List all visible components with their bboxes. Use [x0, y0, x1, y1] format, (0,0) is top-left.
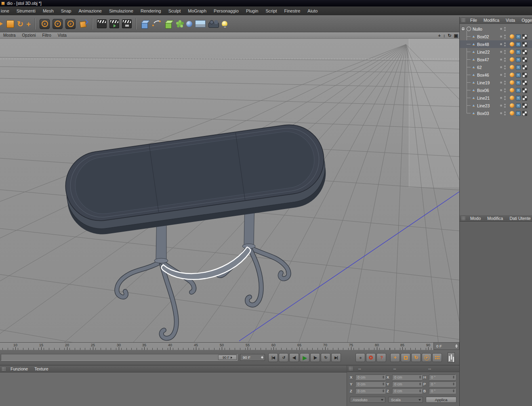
- menu-item-mograph[interactable]: MoGraph: [184, 6, 210, 15]
- tree-row-line21[interactable]: ▲ Line21 ≈: [460, 94, 532, 102]
- scale-dropdown[interactable]: Scala: [388, 397, 423, 403]
- tree-row-box06[interactable]: ▲ Box06 ≈: [460, 86, 532, 94]
- key-scale-button[interactable]: [401, 353, 410, 362]
- tab-texture[interactable]: Texture: [31, 366, 51, 373]
- uvw-tag-icon[interactable]: [522, 57, 527, 62]
- selection-tool-icon[interactable]: [6, 20, 14, 28]
- material-tag-icon[interactable]: [510, 34, 514, 39]
- key-rotation-button[interactable]: ↻: [411, 353, 421, 362]
- render-picture-viewer-icon[interactable]: [109, 19, 119, 28]
- phong-tag-icon[interactable]: ≈: [516, 34, 521, 39]
- uvw-tag-icon[interactable]: [522, 73, 527, 77]
- material-tag-icon[interactable]: [510, 42, 514, 46]
- material-tag-icon[interactable]: [510, 88, 514, 92]
- tree-row-box47[interactable]: ▲ Box47 ≈: [460, 56, 532, 63]
- om-tab-vista[interactable]: Vista: [503, 17, 518, 24]
- menu-item-simulazione[interactable]: Simulazione: [105, 6, 137, 15]
- key-position-button[interactable]: +: [390, 353, 400, 362]
- am-tab-modo[interactable]: Modo: [467, 215, 484, 222]
- current-frame-spinner[interactable]: 90 F: [240, 354, 265, 361]
- uvw-tag-icon[interactable]: [522, 80, 527, 85]
- material-tag-icon[interactable]: [510, 57, 514, 62]
- tree-row-box02[interactable]: ▲ Box02 ≈: [460, 33, 532, 40]
- uvw-tag-icon[interactable]: [522, 42, 527, 47]
- menu-item-aiuto[interactable]: Aiuto: [304, 6, 321, 15]
- rotation-h-field[interactable]: 0 °: [429, 375, 456, 380]
- material-tag-icon[interactable]: [510, 103, 514, 108]
- content-browser-icon[interactable]: [448, 352, 455, 362]
- visibility-dots[interactable]: [497, 58, 509, 62]
- tree-row-box03[interactable]: ▲ Box03 ≈: [460, 109, 532, 117]
- previous-key-button[interactable]: ↺: [279, 353, 288, 362]
- axis-z-lock-button[interactable]: Z: [65, 19, 76, 29]
- next-key-button[interactable]: ↻: [321, 353, 330, 362]
- phong-tag-icon[interactable]: ≈: [516, 57, 521, 62]
- undo-icon[interactable]: [0, 20, 4, 27]
- phong-tag-icon[interactable]: ≈: [516, 50, 521, 54]
- uvw-tag-icon[interactable]: [522, 88, 527, 93]
- om-tab-oggetti[interactable]: Oggetti: [518, 17, 532, 24]
- material-tag-icon[interactable]: [510, 50, 514, 54]
- uvw-tag-icon[interactable]: [522, 111, 527, 116]
- tree-row-62[interactable]: ▲ 62 ≈: [460, 63, 532, 71]
- menu-item-selezione[interactable]: ione: [0, 6, 13, 15]
- visibility-dots[interactable]: [497, 111, 509, 115]
- orbit-icon[interactable]: ↻: [448, 33, 451, 38]
- menu-item-plugin[interactable]: Plugin: [242, 6, 262, 15]
- move-tool-icon[interactable]: +: [26, 20, 31, 28]
- rotate-tool-icon[interactable]: ↻: [17, 20, 23, 28]
- uvw-tag-icon[interactable]: [522, 96, 527, 100]
- visibility-dots[interactable]: [497, 73, 509, 77]
- vp-menu-vista[interactable]: Vista: [55, 33, 70, 38]
- phong-tag-icon[interactable]: ≈: [516, 42, 521, 47]
- visibility-dots[interactable]: [497, 42, 509, 46]
- phong-tag-icon[interactable]: ≈: [516, 103, 521, 108]
- selected-spline[interactable]: [162, 247, 251, 280]
- vp-menu-mostra[interactable]: Mostra: [0, 33, 19, 38]
- spline-pen-icon[interactable]: [152, 20, 162, 28]
- size-y-field[interactable]: 0 cm: [392, 381, 422, 387]
- tree-row-nullo[interactable]: Nullo: [460, 25, 532, 33]
- primitives-icon[interactable]: [141, 19, 149, 29]
- uvw-tag-icon[interactable]: [522, 65, 527, 70]
- next-frame-button[interactable]: |▶: [310, 353, 320, 362]
- pan-icon[interactable]: +: [438, 33, 440, 38]
- uvw-tag-icon[interactable]: [522, 50, 527, 54]
- visibility-dots[interactable]: [497, 50, 509, 54]
- menu-item-strumenti[interactable]: Strumenti: [13, 6, 39, 15]
- coordinate-system-icon[interactable]: [78, 19, 88, 29]
- om-tab-file[interactable]: File: [467, 17, 480, 24]
- record-button[interactable]: ●: [355, 353, 365, 362]
- material-tag-icon[interactable]: [510, 73, 514, 77]
- material-tag-icon[interactable]: [510, 96, 514, 100]
- phong-tag-icon[interactable]: ≈: [516, 73, 521, 77]
- phong-tag-icon[interactable]: ≈: [516, 96, 521, 100]
- phong-tag-icon[interactable]: ≈: [516, 111, 521, 116]
- size-z-field[interactable]: 0 cm: [392, 388, 422, 393]
- axis-x-lock-button[interactable]: X: [40, 19, 50, 29]
- visibility-dots[interactable]: [497, 88, 509, 92]
- vp-menu-opzioni[interactable]: Opzioni: [19, 33, 39, 38]
- menu-item-finestre[interactable]: Finestre: [281, 6, 304, 15]
- menu-item-script[interactable]: Script: [262, 6, 280, 15]
- tree-row-line22[interactable]: ▲ Line22 ≈: [460, 48, 532, 56]
- panel-grip-icon[interactable]: [2, 367, 6, 371]
- maximize-view-icon[interactable]: ▣: [454, 33, 458, 38]
- position-x-field[interactable]: 0 cm: [355, 375, 385, 380]
- visibility-dots[interactable]: [497, 104, 509, 108]
- menu-item-snap[interactable]: Snap: [57, 6, 75, 15]
- tree-row-line19[interactable]: ▲ Line19 ≈: [460, 79, 532, 86]
- record-help-button[interactable]: ?: [376, 353, 386, 362]
- menu-item-personaggio[interactable]: Personaggio: [210, 6, 242, 15]
- timeline-slider-thumb[interactable]: 90 F: [218, 355, 237, 360]
- panel-grip-icon[interactable]: [461, 216, 466, 221]
- tree-row-box48[interactable]: ▲ Box48 ≈: [460, 40, 532, 48]
- frame-spinner[interactable]: 0 F: [433, 342, 459, 350]
- menu-item-rendering[interactable]: Rendering: [137, 6, 165, 15]
- mograph-icon[interactable]: [176, 20, 183, 27]
- goto-end-button[interactable]: ▶|: [331, 353, 341, 362]
- material-tag-icon[interactable]: [510, 65, 514, 69]
- table-model[interactable]: [61, 120, 330, 338]
- visibility-dots[interactable]: [497, 96, 509, 100]
- key-parameter-button[interactable]: P: [422, 353, 431, 362]
